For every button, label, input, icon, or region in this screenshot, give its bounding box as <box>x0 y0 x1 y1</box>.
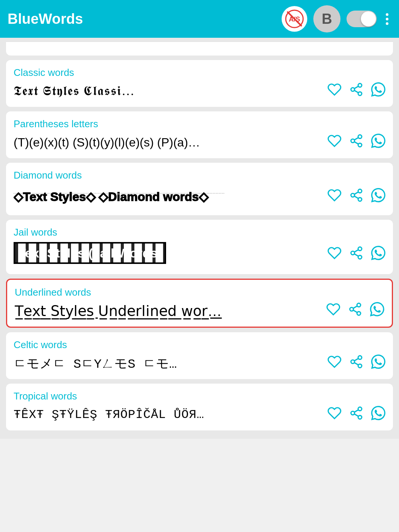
svg-point-28 <box>350 307 354 311</box>
heart-icon <box>327 406 342 420</box>
parentheses-actions <box>327 134 385 151</box>
classic-words-card: Classic words 𝕿𝖊𝖝𝖙 𝕾𝖙𝖞𝖑𝖊𝖘 𝕮𝖑𝖆𝖘𝖘𝖎… <box>6 60 393 107</box>
diamond-heart-button[interactable] <box>327 188 342 206</box>
whatsapp-icon <box>371 246 385 260</box>
svg-line-40 <box>354 414 359 416</box>
share-icon <box>349 188 364 202</box>
svg-point-39 <box>358 415 362 419</box>
dot1 <box>386 13 388 16</box>
underlined-whatsapp-button[interactable] <box>370 302 384 320</box>
diamond-category-label: Diamond words <box>14 170 385 181</box>
svg-point-22 <box>358 247 362 251</box>
classic-heart-button[interactable] <box>327 82 342 100</box>
tropical-style-text: ŦÊXŦ ŞŦŸLÊŞ ŦЯÖPÎČÅL ŮÖЯ… <box>14 408 321 422</box>
jail-category-label: Jail words <box>14 227 385 238</box>
dot2 <box>386 18 388 20</box>
svg-line-36 <box>354 358 359 361</box>
jail-heart-button[interactable] <box>327 246 342 264</box>
svg-line-26 <box>354 250 359 252</box>
svg-line-7 <box>354 86 359 88</box>
classic-style-text: 𝕿𝖊𝖝𝖙 𝕾𝖙𝖞𝖑𝖊𝖘 𝕮𝖑𝖆𝖘𝖘𝖎… <box>14 84 321 99</box>
svg-point-24 <box>358 255 362 259</box>
app-title: BlueWords <box>8 11 276 27</box>
share-icon <box>349 406 364 420</box>
tropical-whatsapp-button[interactable] <box>371 406 385 424</box>
share-icon <box>349 82 364 97</box>
underlined-words-card: Underlined words T̲e̲x̲t̲ ̲S̲t̲y̲l̲e̲s̲ … <box>6 279 393 328</box>
svg-line-20 <box>354 196 359 198</box>
heart-icon <box>327 134 342 148</box>
parentheses-style-row: (T)(e)(x)(t) (S)(t)(y)(l)(e)(s) (P)(a)… <box>14 134 385 151</box>
parentheses-category-label: Parentheses letters <box>14 118 385 130</box>
heart-icon <box>327 82 342 97</box>
b-button[interactable]: B <box>313 5 340 32</box>
svg-point-38 <box>351 411 355 415</box>
tropical-share-button[interactable] <box>349 406 364 424</box>
underlined-share-button[interactable] <box>348 302 362 320</box>
underlined-style-text: T̲e̲x̲t̲ ̲S̲t̲y̲l̲e̲s̲ U̲n̲d̲e̲r̲l̲i̲n̲e… <box>15 303 320 319</box>
diamond-actions <box>327 188 385 206</box>
classic-style-row: 𝕿𝖊𝖝𝖙 𝕾𝖙𝖞𝖑𝖊𝖘 𝕮𝖑𝖆𝖘𝖘𝖎… <box>14 82 385 100</box>
diamond-style-text: ◇Text Styles◇ ◇Diamond words◇ ◇Text Styl… <box>14 185 321 208</box>
svg-point-29 <box>357 311 361 315</box>
diamond-whatsapp-button[interactable] <box>371 188 385 206</box>
classic-whatsapp-button[interactable] <box>371 82 385 100</box>
heart-icon <box>327 188 342 202</box>
svg-line-6 <box>354 90 359 93</box>
svg-point-27 <box>357 303 361 307</box>
jail-whatsapp-button[interactable] <box>371 246 385 264</box>
svg-point-32 <box>358 356 362 359</box>
svg-point-33 <box>351 360 355 364</box>
underlined-heart-button[interactable] <box>326 302 340 320</box>
theme-toggle[interactable] <box>347 11 377 27</box>
celtic-style-row: ㄷモメㄷ SㄷYㄥモS ㄷモ… <box>14 355 385 372</box>
no-ads-button[interactable]: A/S <box>282 6 307 32</box>
diamond-svg: ◇Text Styles◇ ◇Diamond words◇ ◇Text Styl… <box>14 185 225 206</box>
svg-point-10 <box>358 143 362 147</box>
parentheses-heart-button[interactable] <box>327 134 342 151</box>
classic-share-button[interactable] <box>349 82 364 100</box>
celtic-heart-button[interactable] <box>327 355 342 372</box>
svg-point-17 <box>358 189 362 193</box>
celtic-whatsapp-button[interactable] <box>371 355 385 372</box>
svg-point-23 <box>351 251 355 255</box>
heart-icon <box>326 302 340 316</box>
svg-point-5 <box>358 92 362 96</box>
parentheses-whatsapp-button[interactable] <box>371 134 385 151</box>
underlined-actions <box>326 302 384 320</box>
diamond-share-button[interactable] <box>349 188 364 206</box>
whatsapp-icon <box>371 355 385 369</box>
celtic-share-button[interactable] <box>349 355 364 372</box>
share-icon <box>349 355 364 369</box>
svg-line-11 <box>354 142 359 144</box>
app-header: BlueWords A/S B <box>0 0 399 38</box>
tropical-heart-button[interactable] <box>327 406 342 424</box>
svg-point-34 <box>358 364 362 368</box>
tropical-category-label: Tropical words <box>14 390 385 402</box>
svg-point-18 <box>351 193 355 197</box>
share-icon <box>349 134 364 148</box>
svg-line-12 <box>354 137 359 140</box>
heart-icon <box>327 246 342 260</box>
tropical-words-card: Tropical words ŦÊXŦ ŞŦŸLÊŞ ŦЯÖPÎČÅL ŮÖЯ… <box>6 384 393 430</box>
svg-line-41 <box>354 410 359 412</box>
tropical-actions <box>327 406 385 424</box>
svg-point-9 <box>351 139 355 143</box>
jail-share-button[interactable] <box>349 246 364 264</box>
dot3 <box>386 22 388 25</box>
svg-point-3 <box>358 83 362 87</box>
underlined-category-label: Underlined words <box>15 287 384 298</box>
more-options-button[interactable] <box>383 13 391 25</box>
jail-style-row: Text Styles (Jail Words) <box>14 242 385 267</box>
jail-words-card: Jail words Text Styles (Jail Words) <box>6 220 393 274</box>
classic-actions <box>327 82 385 100</box>
celtic-style-text: ㄷモメㄷ SㄷYㄥモS ㄷモ… <box>14 355 321 372</box>
underlined-style-row: T̲e̲x̲t̲ ̲S̲t̲y̲l̲e̲s̲ U̲n̲d̲e̲r̲l̲i̲n̲e… <box>15 302 384 320</box>
svg-text:◇Text Styles◇ ◇Diamond words◇: ◇Text Styles◇ ◇Diamond words◇ <box>14 190 209 204</box>
heart-icon <box>327 355 342 369</box>
parentheses-share-button[interactable] <box>349 134 364 151</box>
whatsapp-icon <box>370 302 384 316</box>
tropical-style-row: ŦÊXŦ ŞŦŸLÊŞ ŦЯÖPÎČÅL ŮÖЯ… <box>14 406 385 424</box>
parentheses-style-text: (T)(e)(x)(t) (S)(t)(y)(l)(e)(s) (P)(a)… <box>14 136 321 150</box>
share-icon <box>348 302 362 316</box>
